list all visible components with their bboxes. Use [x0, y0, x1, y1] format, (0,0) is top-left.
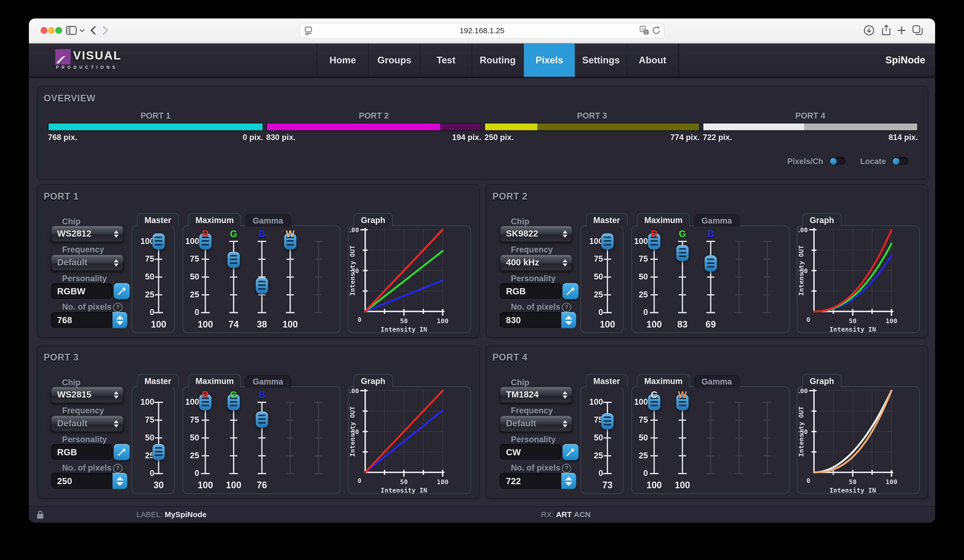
tab-pixels[interactable]: Pixels [524, 44, 575, 77]
help-icon[interactable]: ? [113, 464, 122, 473]
port-panel: PORT 1ChipWS2812FrequencyDefaultPersonal… [37, 184, 479, 338]
slider-handle[interactable] [601, 413, 614, 429]
minimize-window-button[interactable] [48, 27, 55, 34]
maximum-panel: MaximumGamma1007550250R100G74B38W100 [182, 225, 340, 333]
tab-gamma[interactable]: Gamma [245, 214, 290, 227]
sidebar-icon[interactable] [66, 26, 77, 35]
label-status: LABEL: MySpiNode [137, 507, 207, 523]
url-text[interactable]: 192.168.1.25 [299, 23, 665, 39]
forward-icon[interactable] [103, 26, 108, 35]
bar-used [267, 123, 440, 130]
tab-maximum[interactable]: Maximum [188, 374, 241, 388]
overview-port: PORT 1 768 pix. 0 pix. [48, 111, 263, 142]
frequency-select[interactable]: 400 kHz [500, 255, 573, 271]
scale-tick-label: 25 [627, 290, 648, 299]
port-title: PORT 2 [492, 191, 528, 201]
pixels-stepper[interactable] [112, 473, 127, 489]
tab-home[interactable]: Home [318, 44, 369, 77]
pixels-stepper[interactable] [112, 312, 127, 328]
magic-wand-button[interactable] [563, 283, 579, 299]
personality-input[interactable]: RGB [500, 283, 561, 299]
help-icon[interactable]: ? [113, 303, 122, 312]
pixels-input[interactable]: 830 [500, 312, 576, 328]
tab-gamma[interactable]: Gamma [245, 375, 290, 388]
pixels-input[interactable]: 768 [51, 312, 127, 328]
channel-label: G [679, 228, 686, 239]
tab-routing[interactable]: Routing [472, 44, 524, 77]
tab-maximum[interactable]: Maximum [188, 213, 241, 227]
tab-groups[interactable]: Groups [369, 44, 421, 77]
tab-about[interactable]: About [627, 44, 679, 77]
slider-handle[interactable] [152, 233, 164, 249]
frequency-select[interactable]: Default [51, 416, 124, 432]
personality-input[interactable]: CW [500, 444, 561, 460]
slider-handle[interactable] [676, 245, 689, 261]
tab-gamma[interactable]: Gamma [694, 375, 739, 388]
slider-handle[interactable] [256, 278, 268, 294]
scale-tick-label: 75 [134, 415, 155, 424]
magic-wand-button[interactable] [114, 283, 130, 299]
frequency-select[interactable]: Default [500, 416, 573, 432]
slider-value: 100 [226, 480, 241, 490]
overview-port-bar [485, 123, 700, 131]
scale-tick-label: 75 [627, 415, 648, 424]
slider-value: 74 [229, 319, 239, 329]
close-window-button[interactable] [41, 27, 47, 34]
locate-toggle[interactable] [892, 157, 908, 165]
master-panel: Master100755025073 [580, 386, 624, 494]
overview-port-bar [266, 123, 482, 131]
slider-handle[interactable] [256, 411, 268, 427]
magic-wand-button[interactable] [563, 444, 579, 460]
chip-select[interactable]: SK9822 [500, 226, 573, 242]
screenshot-stage: 192.168.1.25 A文 VISUAL PRODUCTI [0, 0, 964, 560]
reload-icon[interactable] [652, 26, 661, 35]
tab-test[interactable]: Test [421, 44, 472, 77]
scale-tick-label: 100 [178, 397, 199, 406]
graph-panel: Graph10050050100Intensity INIntensity OU… [348, 386, 471, 494]
slider-handle[interactable] [152, 444, 164, 460]
slider-value: 69 [705, 319, 716, 329]
chip-select[interactable]: WS2812 [51, 226, 124, 242]
slider-value: 30 [153, 480, 164, 490]
svg-text:100: 100 [350, 227, 359, 234]
pixels-stepper[interactable] [561, 312, 576, 328]
pixels-stepper[interactable] [561, 473, 576, 489]
pixels-ch-toggle[interactable] [829, 157, 846, 165]
chip-label: Chip [62, 378, 81, 387]
tabs-icon[interactable] [912, 25, 923, 35]
slider-value: 100 [599, 319, 615, 329]
svg-text:0: 0 [806, 316, 810, 323]
svg-text:100: 100 [886, 317, 897, 325]
frequency-select[interactable]: Default [51, 255, 124, 271]
slider-handle[interactable] [228, 252, 240, 268]
share-icon[interactable] [882, 24, 891, 36]
pixels-input[interactable]: 250 [51, 473, 127, 489]
tab-maximum[interactable]: Maximum [637, 213, 690, 227]
help-icon[interactable]: ? [562, 464, 571, 473]
channel-label: R [202, 228, 208, 239]
help-icon[interactable]: ? [562, 303, 571, 312]
svg-text:Intensity IN: Intensity IN [381, 326, 427, 333]
channel-label: R [202, 389, 208, 399]
chip-select[interactable]: TM1824 [500, 387, 573, 403]
download-icon[interactable] [864, 25, 874, 36]
scale-tick-label: 100 [582, 236, 603, 245]
tab-gamma[interactable]: Gamma [694, 214, 739, 227]
new-tab-icon[interactable] [897, 26, 906, 35]
chip-select[interactable]: WS2815 [51, 387, 124, 403]
zoom-window-button[interactable] [55, 27, 62, 34]
channel-label: B [707, 228, 714, 239]
translate-icon[interactable]: A文 [640, 26, 649, 35]
magic-wand-button[interactable] [114, 444, 130, 460]
channel-label: G [230, 389, 237, 399]
chevron-down-icon[interactable] [79, 29, 85, 32]
slider-handle[interactable] [601, 233, 614, 249]
tab-maximum[interactable]: Maximum [637, 374, 690, 388]
pixels-input[interactable]: 722 [500, 473, 576, 489]
personality-input[interactable]: RGB [51, 444, 112, 460]
tab-settings[interactable]: Settings [575, 44, 627, 77]
personality-input[interactable]: RGBW [51, 283, 112, 299]
slider-handle[interactable] [705, 255, 717, 271]
address-bar[interactable]: 192.168.1.25 A文 [299, 23, 665, 39]
back-icon[interactable] [90, 26, 96, 35]
